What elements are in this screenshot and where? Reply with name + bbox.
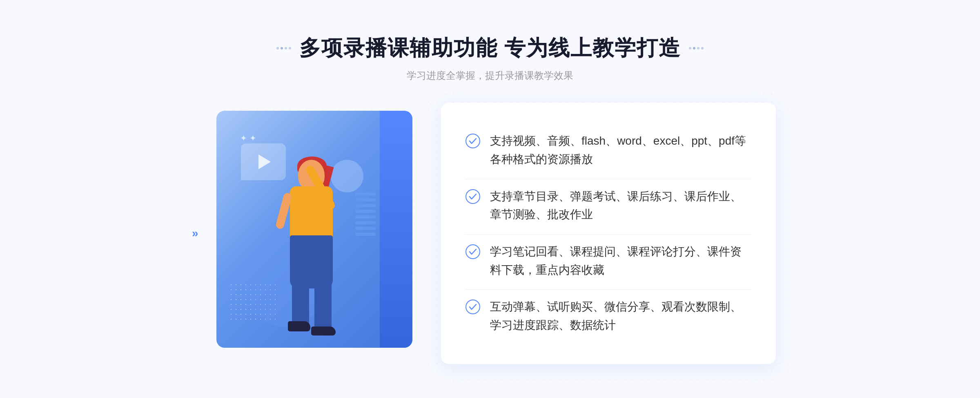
person-leg-right xyxy=(314,274,332,331)
check-icon-2 xyxy=(466,189,480,204)
feature-text-3: 学习笔记回看、课程提问、课程评论打分、课件资料下载，重点内容收藏 xyxy=(490,243,751,279)
left-chevrons: » xyxy=(192,228,198,239)
title-decoration-left xyxy=(276,47,291,49)
page-subtitle: 学习进度全掌握，提升录播课教学效果 xyxy=(276,69,704,82)
feature-text-1: 支持视频、音频、flash、word、excel、ppt、pdf等各种格式的资源… xyxy=(490,132,751,169)
feature-text-2: 支持章节目录、弹题考试、课后练习、课后作业、章节测验、批改作业 xyxy=(490,188,751,224)
feature-item-2: 支持章节目录、弹题考试、课后练习、课后作业、章节测验、批改作业 xyxy=(466,179,751,233)
illustration-bg: ✦ ✦ xyxy=(216,111,412,348)
title-decoration-right xyxy=(689,47,704,49)
blue-bar xyxy=(380,111,412,348)
sparkle-icon: ✦ ✦ xyxy=(240,133,256,143)
svg-point-2 xyxy=(466,245,480,259)
title-row: 多项录播课辅助功能 专为线上教学打造 xyxy=(276,34,704,63)
header-section: 多项录播课辅助功能 专为线上教学打造 学习进度全掌握，提升录播课教学效果 xyxy=(276,34,704,82)
svg-point-1 xyxy=(466,190,480,203)
chevron-icon: » xyxy=(192,228,198,239)
check-icon-3 xyxy=(466,244,480,259)
svg-point-3 xyxy=(466,300,480,314)
illustration-area: » ✦ ✦ xyxy=(204,103,433,364)
person-illustration xyxy=(249,152,363,348)
content-wrapper: » ✦ ✦ xyxy=(204,103,776,364)
feature-item-4: 互动弹幕、试听购买、微信分享、观看次数限制、学习进度跟踪、数据统计 xyxy=(466,289,751,343)
person-shoe-right xyxy=(311,326,336,335)
person-leg-left xyxy=(292,274,309,327)
feature-text-4: 互动弹幕、试听购买、微信分享、观看次数限制、学习进度跟踪、数据统计 xyxy=(490,298,751,335)
person-shoe-left xyxy=(288,321,310,331)
check-icon-4 xyxy=(466,300,480,314)
feature-item-3: 学习笔记回看、课程提问、课程评论打分、课件资料下载，重点内容收藏 xyxy=(466,234,751,288)
person-body xyxy=(290,186,333,239)
page-title: 多项录播课辅助功能 专为线上教学打造 xyxy=(299,34,681,63)
svg-point-0 xyxy=(466,134,480,148)
feature-item-1: 支持视频、音频、flash、word、excel、ppt、pdf等各种格式的资源… xyxy=(466,124,751,177)
check-icon-1 xyxy=(466,134,480,148)
features-area: 支持视频、音频、flash、word、excel、ppt、pdf等各种格式的资源… xyxy=(441,103,776,364)
page-container: 多项录播课辅助功能 专为线上教学打造 学习进度全掌握，提升录播课教学效果 » ✦… xyxy=(0,0,980,398)
